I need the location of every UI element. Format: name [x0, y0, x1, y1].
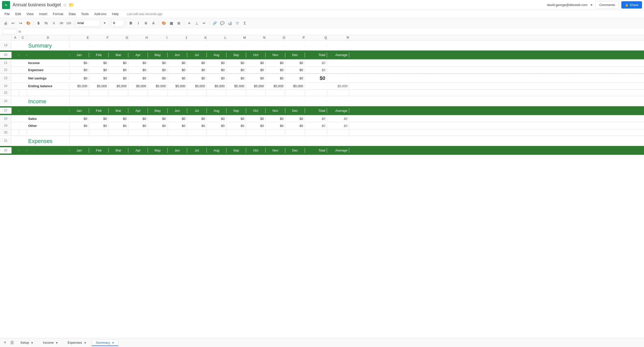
- menu-addons[interactable]: Add-ons: [92, 11, 109, 17]
- borders-button[interactable]: ▦: [168, 20, 175, 27]
- percent-button[interactable]: %: [43, 20, 50, 27]
- net-savings-jul[interactable]: $0: [187, 76, 207, 81]
- cell-q19[interactable]: [305, 45, 327, 46]
- col-header-l[interactable]: L: [207, 35, 226, 40]
- sales-jun[interactable]: $0: [168, 116, 187, 121]
- cell-e30[interactable]: [69, 129, 89, 136]
- cell-h31[interactable]: [128, 140, 148, 141]
- cell-d30[interactable]: [27, 129, 69, 136]
- tab-income[interactable]: Income ▼: [39, 339, 62, 346]
- print-button[interactable]: 🖨: [2, 20, 9, 27]
- income-aug[interactable]: $0: [207, 61, 226, 65]
- col-header-h[interactable]: H: [128, 35, 148, 40]
- sales-jul[interactable]: $0: [187, 116, 207, 121]
- cell-a28[interactable]: [12, 118, 19, 119]
- cell-j30[interactable]: [168, 129, 187, 136]
- ending-balance-mar[interactable]: $5,000: [109, 84, 128, 88]
- comment-button[interactable]: 💬: [219, 20, 226, 27]
- ending-balance-nov[interactable]: $5,000: [266, 84, 285, 88]
- formula-input[interactable]: [22, 30, 642, 33]
- function-button[interactable]: Σ: [241, 20, 248, 27]
- cell-b20[interactable]: [19, 55, 27, 56]
- menu-help[interactable]: Help: [109, 11, 121, 17]
- cell-b21[interactable]: [19, 63, 27, 64]
- income-oct[interactable]: $0: [246, 61, 266, 65]
- other-nov[interactable]: $0: [266, 123, 285, 128]
- cell-e19[interactable]: [69, 45, 89, 46]
- ending-balance-sep[interactable]: $5,000: [226, 84, 246, 88]
- income-avg[interactable]: [327, 63, 349, 64]
- expenses-jun[interactable]: $0: [168, 68, 187, 72]
- cell-r19[interactable]: [327, 45, 349, 46]
- cell-l19[interactable]: [207, 45, 226, 46]
- cell-l26[interactable]: [207, 101, 226, 102]
- decimal-inc-button[interactable]: .00: [58, 20, 65, 27]
- sales-avg[interactable]: $0: [327, 116, 349, 121]
- cell-b26[interactable]: [19, 101, 27, 102]
- cell-b25[interactable]: [19, 90, 27, 96]
- link-button[interactable]: 🔗: [211, 20, 218, 27]
- folder-icon[interactable]: 📁: [68, 2, 74, 8]
- col-header-i[interactable]: I: [148, 35, 168, 40]
- expenses-sep[interactable]: $0: [226, 68, 246, 72]
- share-button[interactable]: 🔒 Share: [621, 1, 642, 9]
- cell-b29[interactable]: [19, 125, 27, 126]
- net-savings-dec[interactable]: $0: [285, 76, 305, 81]
- cell-r31[interactable]: [327, 140, 349, 141]
- cell-d25[interactable]: [27, 90, 69, 96]
- cell-p26[interactable]: [285, 101, 305, 102]
- expenses-aug[interactable]: $0: [207, 68, 226, 72]
- other-jun[interactable]: $0: [168, 123, 187, 128]
- cell-a26[interactable]: [12, 101, 19, 102]
- other-feb[interactable]: $0: [89, 123, 109, 128]
- cell-d20[interactable]: [27, 55, 69, 56]
- ending-balance-jul[interactable]: $5,000: [187, 84, 207, 88]
- col-header-q[interactable]: Q: [305, 35, 327, 40]
- ending-balance-aug[interactable]: $5,000: [207, 84, 226, 88]
- net-savings-feb[interactable]: $0: [89, 76, 109, 81]
- filter-button[interactable]: ▽: [234, 20, 241, 27]
- cell-h30[interactable]: [128, 129, 148, 136]
- col-header-p[interactable]: P: [285, 35, 305, 40]
- expenses-apr[interactable]: $0: [128, 68, 148, 72]
- sales-dec[interactable]: $0: [285, 116, 305, 121]
- font-color-button[interactable]: A: [150, 20, 157, 27]
- net-savings-nov[interactable]: $0: [266, 76, 285, 81]
- cell-o19[interactable]: [266, 45, 285, 46]
- sales-sep[interactable]: $0: [226, 116, 246, 121]
- cell-m30[interactable]: [226, 129, 246, 136]
- sales-total[interactable]: $0: [305, 116, 327, 121]
- expenses-mar[interactable]: $0: [109, 68, 128, 72]
- cell-a30[interactable]: [12, 129, 19, 136]
- net-savings-sep[interactable]: $0: [226, 76, 246, 81]
- income-apr[interactable]: $0: [128, 61, 148, 65]
- cell-p30[interactable]: [285, 129, 305, 136]
- other-sep[interactable]: $0: [226, 123, 246, 128]
- cell-q25[interactable]: [305, 90, 327, 96]
- paint-format-button[interactable]: 🎨: [25, 20, 32, 27]
- menu-format[interactable]: Format: [50, 11, 66, 17]
- cell-o26[interactable]: [266, 101, 285, 102]
- cell-i25[interactable]: [148, 90, 168, 96]
- cell-f31[interactable]: [89, 140, 109, 141]
- cell-a21[interactable]: [12, 63, 19, 64]
- col-header-b[interactable]: C: [19, 35, 27, 40]
- cell-r25[interactable]: [327, 90, 349, 96]
- cell-i30[interactable]: [148, 129, 168, 136]
- cell-g25[interactable]: [109, 90, 128, 96]
- cell-e31[interactable]: [69, 140, 89, 141]
- cell-h26[interactable]: [128, 101, 148, 102]
- cell-a23[interactable]: [12, 78, 19, 79]
- cell-i31[interactable]: [148, 140, 168, 141]
- star-icon[interactable]: ☆: [63, 2, 67, 8]
- income-total[interactable]: $0: [305, 61, 327, 65]
- net-savings-total[interactable]: $0: [305, 75, 327, 82]
- italic-button[interactable]: I: [135, 20, 142, 27]
- cell-b28[interactable]: [19, 118, 27, 119]
- col-header-m[interactable]: M: [226, 35, 246, 40]
- cell-e25[interactable]: [69, 90, 89, 96]
- menu-edit[interactable]: Edit: [13, 11, 23, 17]
- sales-nov[interactable]: $0: [266, 116, 285, 121]
- income-dec[interactable]: $0: [285, 61, 305, 65]
- cell-f30[interactable]: [89, 129, 109, 136]
